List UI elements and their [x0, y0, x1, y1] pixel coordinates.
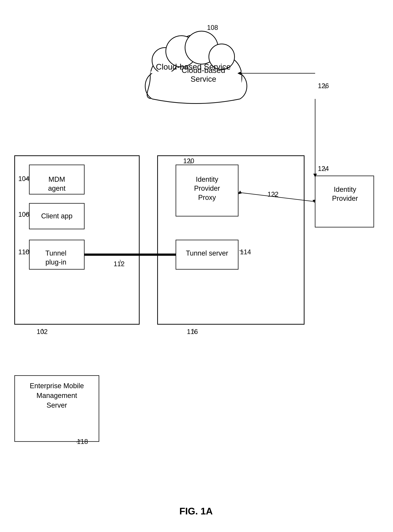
svg-line-0 [25, 178, 29, 180]
tick-114 [239, 250, 245, 254]
cloud-bump-center-right [185, 31, 218, 64]
arrow-toward-proxy [238, 190, 242, 194]
tick-118 [76, 439, 83, 444]
tunnel-plugin-label: Tunnelplug-in [32, 249, 80, 267]
svg-line-6 [274, 193, 276, 197]
svg-line-2 [25, 250, 29, 252]
figure-caption: FIG. 1A [138, 506, 255, 517]
arrow-toward-idp [313, 200, 315, 203]
tick-106 [25, 213, 30, 217]
tick-112 [119, 260, 125, 265]
svg-line-1 [25, 213, 29, 215]
svg-line-8 [324, 84, 326, 89]
tick-120 [188, 159, 194, 165]
svg-line-7 [324, 167, 326, 171]
tunnel-server-label: Tunnel server [179, 249, 236, 258]
cloud-left-border [145, 73, 152, 99]
svg-line-5 [189, 159, 191, 164]
tick-122 [273, 193, 279, 198]
tick-104 [25, 178, 30, 181]
enterprise-label: Enterprise MobileManagementServer [17, 381, 96, 410]
identity-provider-label: IdentityProvider [319, 185, 372, 203]
svg-line-10 [193, 329, 195, 333]
cloud-text: Cloud-based Service [154, 62, 233, 71]
svg-line-3 [120, 260, 122, 264]
tick-126 [323, 84, 329, 90]
arrow-to-idp [313, 174, 317, 177]
svg-line-4 [239, 250, 244, 252]
cloud-bottom-curve [152, 99, 240, 103]
mdm-agent-label: MDMagent [36, 175, 78, 193]
idp-proxy-label: IdentityProviderProxy [179, 175, 236, 202]
tick-110 [25, 250, 30, 254]
svg-line-9 [42, 329, 44, 333]
svg-line-11 [77, 440, 81, 442]
diagram-container: Cloud-based Service 108 MDMagent Client … [0, 0, 393, 532]
ref-108: 108 [207, 24, 218, 31]
tick-116 [192, 329, 197, 334]
tick-124 [323, 167, 329, 172]
client-app-label: Client app [36, 212, 78, 220]
tick-102 [41, 329, 47, 334]
cloud-right-border [240, 73, 247, 99]
